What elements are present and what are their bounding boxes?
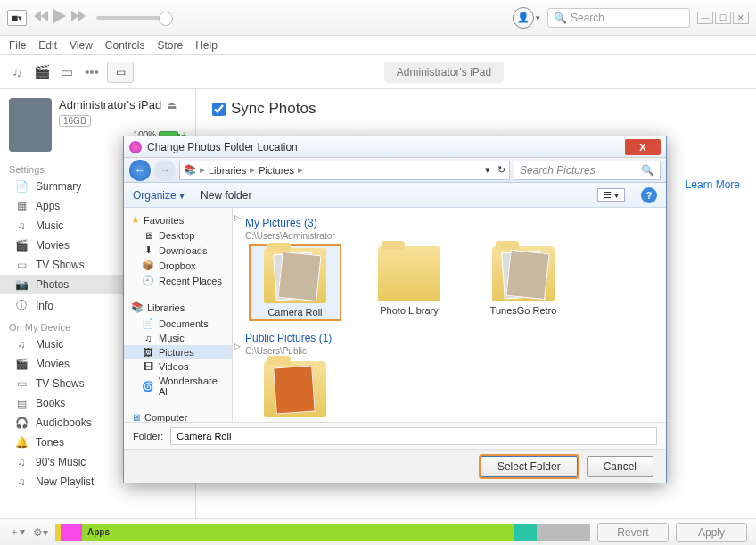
help-icon[interactable]: ? xyxy=(641,187,657,203)
dialog-close-button[interactable]: X xyxy=(625,139,661,155)
menu-controls[interactable]: Controls xyxy=(105,39,145,52)
audiobooks-icon: 🎧 xyxy=(14,417,29,429)
device-selector[interactable]: ▭ xyxy=(107,62,134,83)
menu-edit[interactable]: Edit xyxy=(38,39,57,52)
folder-name-input[interactable] xyxy=(170,427,657,445)
close-icon[interactable]: ✕ xyxy=(733,12,749,24)
breadcrumb[interactable]: 📚▸ Libraries▸ Pictures▸ ▾↻ xyxy=(179,161,510,180)
cancel-button[interactable]: Cancel xyxy=(587,456,653,477)
library-dropdown[interactable]: ◼▾ xyxy=(7,10,27,26)
movies-tab-icon[interactable]: 🎬 xyxy=(32,62,52,82)
folder-field-label: Folder: xyxy=(133,431,163,442)
apps-icon: ▦ xyxy=(14,200,29,212)
tree-item-documents[interactable]: 📄Documents xyxy=(124,316,232,331)
folder-item[interactable]: TunesGo Retro xyxy=(479,246,568,319)
group-header: My Pictures (3) xyxy=(245,217,653,229)
music-tab-icon[interactable]: ♫ xyxy=(7,62,27,82)
view-mode-button[interactable]: ☰ ▾ xyxy=(597,188,625,202)
volume-slider[interactable] xyxy=(96,16,172,20)
new playlist-icon: ♫ xyxy=(14,475,29,488)
movies-icon: 🎬 xyxy=(14,358,29,370)
tree-item-pictures[interactable]: 🖼Pictures xyxy=(124,345,232,359)
chevron-down-icon: ▾ xyxy=(536,13,540,22)
sync-photos-label: Sync Photos xyxy=(231,100,316,118)
next-icon[interactable] xyxy=(71,11,86,24)
tv shows-icon: ▭ xyxy=(14,259,29,271)
info-icon: ⓘ xyxy=(14,298,29,313)
organize-button[interactable]: Organize ▾ xyxy=(133,189,185,202)
dialog-search-input[interactable]: Search Pictures 🔍 xyxy=(514,161,661,180)
sync-photos-checkbox[interactable] xyxy=(212,103,226,116)
folder-item[interactable]: Camera Roll xyxy=(251,246,340,319)
group-path: C:\Users\Administrator xyxy=(245,231,653,241)
movies-icon: 🎬 xyxy=(14,239,29,252)
photos-icon: 📷 xyxy=(14,278,29,291)
more-icon[interactable]: ••• xyxy=(82,62,102,82)
device-pill[interactable]: Administrator's iPad xyxy=(384,62,504,83)
capacity-bar: Apps xyxy=(55,524,590,541)
apply-button[interactable]: Apply xyxy=(676,523,747,542)
tree-header[interactable]: 🖥Computer xyxy=(124,409,232,422)
maximize-icon[interactable]: ☐ xyxy=(715,12,731,24)
90's music-icon: ♫ xyxy=(14,456,29,468)
tree-item-recent-places[interactable]: 🕘Recent Places xyxy=(124,273,232,288)
itunes-icon xyxy=(129,141,142,153)
tree-header[interactable]: 📚Libraries xyxy=(124,299,232,316)
search-icon: 🔍 xyxy=(554,12,567,24)
tv-tab-icon[interactable]: ▭ xyxy=(57,62,77,82)
tree-item-videos[interactable]: 🎞Videos xyxy=(124,359,232,374)
summary-icon: 📄 xyxy=(14,180,29,193)
ipad-image xyxy=(9,98,52,152)
folder-picker-dialog: Change Photos Folder Location X ← → 📚▸ L… xyxy=(123,136,667,483)
tv shows-icon: ▭ xyxy=(14,377,29,390)
eject-icon[interactable]: ⏏ xyxy=(167,99,177,111)
menu-view[interactable]: View xyxy=(70,39,93,52)
add-icon[interactable]: ＋▾ xyxy=(9,524,25,541)
books-icon: ▤ xyxy=(14,397,29,409)
play-icon[interactable] xyxy=(53,9,66,26)
tree-item-dropbox[interactable]: 📦Dropbox xyxy=(124,258,232,273)
music-icon: ♫ xyxy=(14,338,29,351)
tree-item-music[interactable]: ♫Music xyxy=(124,331,232,345)
storage-badge: 16GB xyxy=(59,115,91,127)
revert-button[interactable]: Revert xyxy=(597,523,669,542)
menu-file[interactable]: File xyxy=(9,39,26,52)
nav-forward-button: → xyxy=(154,160,176,181)
folder-item[interactable] xyxy=(251,361,340,417)
tree-item-desktop[interactable]: 🖥Desktop xyxy=(124,228,232,243)
gear-icon[interactable]: ⚙▾ xyxy=(32,524,48,541)
device-name: Administrator's iPad xyxy=(59,98,161,111)
dialog-title: Change Photos Folder Location xyxy=(147,141,298,153)
menu-help[interactable]: Help xyxy=(195,39,218,52)
tones-icon: 🔔 xyxy=(14,436,29,449)
music-icon: ♫ xyxy=(14,219,29,232)
select-folder-button[interactable]: Select Folder xyxy=(481,456,578,477)
search-input[interactable]: 🔍 Search xyxy=(547,8,690,28)
group-header: Public Pictures (1) xyxy=(245,332,653,344)
learn-more-link[interactable]: Learn More xyxy=(686,178,740,191)
tree-item-wondershare-al[interactable]: 🌀Wondershare Al xyxy=(124,374,232,399)
prev-icon[interactable] xyxy=(34,11,48,24)
search-icon: 🔍 xyxy=(641,164,654,177)
nav-back-button[interactable]: ← xyxy=(129,160,151,181)
tree-header[interactable]: ★Favorites xyxy=(124,211,232,228)
minimize-icon[interactable]: — xyxy=(697,12,713,24)
group-path: C:\Users\Public xyxy=(245,346,653,356)
menu-store[interactable]: Store xyxy=(158,39,184,52)
new-folder-button[interactable]: New folder xyxy=(201,189,251,202)
account-icon[interactable]: 👤 xyxy=(513,7,534,29)
folder-item[interactable]: Photo Library xyxy=(365,246,454,319)
tree-item-downloads[interactable]: ⬇Downloads xyxy=(124,243,232,258)
